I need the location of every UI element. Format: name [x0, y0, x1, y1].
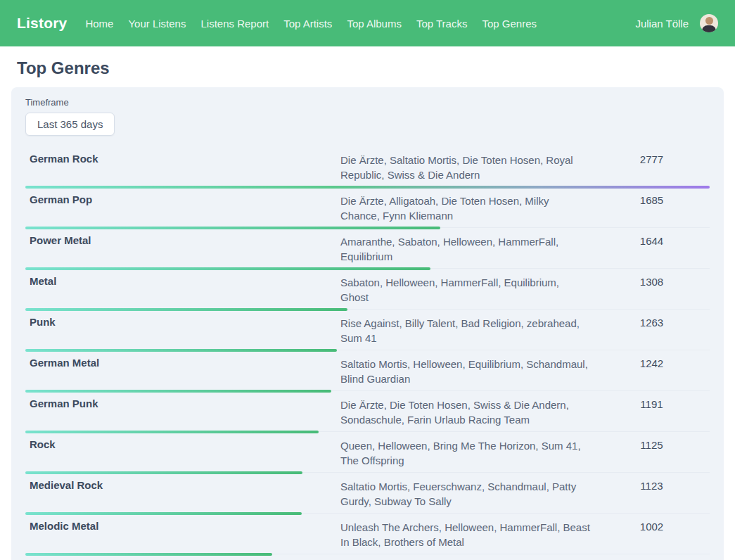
genre-count: 1308	[594, 275, 710, 305]
timeframe-select[interactable]: Last 365 days	[25, 113, 115, 136]
genre-count: 1191	[594, 397, 710, 427]
genres-card: Timeframe Last 365 days German Rock Die …	[11, 87, 724, 560]
app-logo[interactable]: Listory	[17, 15, 67, 32]
genre-name: Punk	[25, 316, 340, 345]
nav-item-your-listens[interactable]: Your Listens	[128, 18, 186, 30]
timeframe-label: Timeframe	[25, 97, 710, 108]
genre-name: Medieval Rock	[25, 479, 340, 509]
genre-artists: Amaranthe, Sabaton, Helloween, HammerFal…	[340, 234, 590, 264]
genre-count: 1125	[594, 438, 710, 468]
genre-name: Rock	[25, 438, 340, 468]
main-nav: HomeYour ListensListens ReportTop Artist…	[85, 18, 537, 30]
genre-row: German Pop Die Ärzte, Alligatoah, Die To…	[25, 189, 710, 229]
genre-row: German Rock Die Ärzte, Saltatio Mortis, …	[25, 148, 710, 189]
nav-item-top-albums[interactable]: Top Albums	[347, 18, 402, 30]
genre-name: German Rock	[25, 153, 340, 182]
genre-artists: Die Ärzte, Saltatio Mortis, Die Toten Ho…	[340, 153, 590, 182]
genre-count: 2777	[594, 153, 710, 182]
genre-artists: Saltatio Mortis, Feuerschwanz, Schandmau…	[340, 479, 590, 509]
genre-row: Rock Queen, Helloween, Bring Me The Hori…	[25, 433, 710, 474]
genre-count: 1242	[594, 357, 710, 386]
genre-count: 1123	[594, 479, 710, 509]
nav-item-listens-report[interactable]: Listens Report	[200, 18, 269, 30]
nav-item-top-genres[interactable]: Top Genres	[482, 18, 537, 30]
genre-count: 1685	[594, 193, 710, 223]
genre-artists: Queen, Helloween, Bring Me The Horizon, …	[340, 438, 590, 468]
genre-count: 1644	[594, 234, 710, 264]
genre-name: German Metal	[25, 357, 340, 386]
genre-name: Power Metal	[25, 234, 340, 264]
genre-artists: Unleash The Archers, Helloween, HammerFa…	[340, 520, 590, 549]
genre-row: Medieval Rock Saltatio Mortis, Feuerschw…	[25, 474, 710, 515]
genre-row: Power Metal Amaranthe, Sabaton, Hellowee…	[25, 229, 710, 270]
genre-artists: Die Ärzte, Alligatoah, Die Toten Hosen, …	[340, 193, 590, 223]
genre-name: German Pop	[25, 193, 340, 223]
nav-item-home[interactable]: Home	[85, 18, 113, 30]
genre-row: German Punk Die Ärzte, Die Toten Hosen, …	[25, 393, 710, 433]
genre-name: Metal	[25, 275, 340, 305]
user-name[interactable]: Julian Tölle	[635, 18, 689, 30]
genre-name: German Punk	[25, 397, 340, 427]
genre-row: Metal Sabaton, Helloween, HammerFall, Eq…	[25, 270, 710, 311]
genre-artists: Sabaton, Helloween, HammerFall, Equilibr…	[340, 275, 590, 305]
genre-artists: Die Ärzte, Die Toten Hosen, Swiss & Die …	[340, 397, 590, 427]
genre-row: German Metal Saltatio Mortis, Helloween,…	[25, 352, 710, 393]
genre-row: German Indie Bukahara, Käptn Peng, KYTES…	[25, 556, 710, 560]
genre-table: German Rock Die Ärzte, Saltatio Mortis, …	[25, 148, 710, 560]
genre-count: 1002	[594, 520, 710, 549]
genre-count: 1263	[594, 316, 710, 345]
main-content: Top Genres Timeframe Last 365 days Germa…	[0, 58, 735, 560]
genre-row: Melodic Metal Unleash The Archers, Hello…	[25, 515, 710, 556]
page-title: Top Genres	[17, 58, 735, 78]
genre-artists: Rise Against, Billy Talent, Bad Religion…	[340, 316, 590, 345]
genre-artists: Saltatio Mortis, Helloween, Equilibrium,…	[340, 357, 590, 386]
genre-name: Melodic Metal	[25, 520, 340, 549]
navbar: Listory HomeYour ListensListens ReportTo…	[0, 0, 735, 46]
nav-item-top-tracks[interactable]: Top Tracks	[416, 18, 468, 30]
nav-item-top-artists[interactable]: Top Artists	[283, 18, 332, 30]
user-avatar[interactable]	[700, 14, 718, 32]
genre-row: Punk Rise Against, Billy Talent, Bad Rel…	[25, 311, 710, 352]
